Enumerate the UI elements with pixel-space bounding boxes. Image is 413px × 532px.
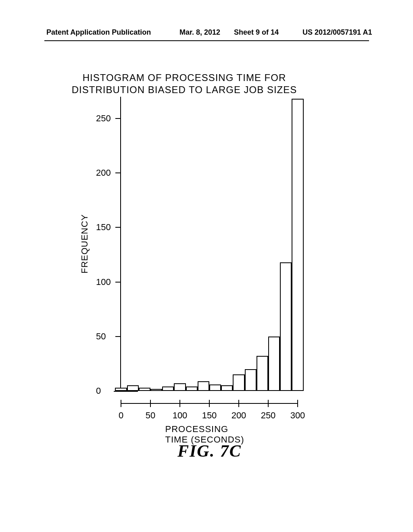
figure-label-text: FIG. 7C bbox=[177, 442, 242, 460]
x-tick-label: 300 bbox=[290, 410, 305, 421]
y-tick-label: 250 bbox=[96, 113, 113, 124]
header-rule bbox=[44, 40, 369, 41]
histogram-plot: FREQUENCY 050100150200250 bbox=[121, 97, 298, 391]
y-tick-label: 150 bbox=[96, 222, 113, 233]
y-tick-label: 50 bbox=[96, 331, 113, 342]
histogram-bar bbox=[115, 388, 127, 391]
histogram-bar bbox=[174, 383, 186, 391]
x-tick bbox=[121, 400, 121, 407]
histogram-bar bbox=[233, 374, 244, 391]
x-tick bbox=[179, 400, 180, 407]
histogram-bar bbox=[245, 369, 257, 391]
chart-title: HISTOGRAM OF PROCESSING TIME FOR DISTRIB… bbox=[0, 72, 369, 96]
y-tick-label: 200 bbox=[96, 168, 113, 178]
y-axis-line bbox=[120, 97, 121, 391]
histogram-bar bbox=[209, 384, 221, 391]
y-tick-label: 100 bbox=[96, 277, 113, 287]
x-tick bbox=[209, 400, 210, 407]
x-tick bbox=[268, 400, 269, 407]
x-tick-label: 50 bbox=[146, 410, 155, 421]
x-tick-label: 100 bbox=[173, 410, 188, 421]
x-tick bbox=[297, 400, 298, 407]
x-tick-label: 200 bbox=[232, 410, 246, 421]
histogram-bar bbox=[268, 337, 280, 391]
y-tick-label: 0 bbox=[96, 386, 113, 396]
histogram-bar bbox=[150, 389, 162, 391]
y-tick bbox=[115, 336, 121, 337]
x-tick-label: 0 bbox=[119, 410, 123, 421]
header-date: Mar. 8, 2012 bbox=[179, 28, 220, 37]
x-tick bbox=[150, 400, 151, 407]
histogram-bar bbox=[162, 387, 174, 391]
y-tick bbox=[115, 227, 121, 228]
y-tick bbox=[115, 118, 121, 119]
y-axis-label: FREQUENCY bbox=[79, 214, 90, 273]
header-publication-type: Patent Application Publication bbox=[46, 28, 151, 37]
histogram-bar bbox=[280, 262, 292, 391]
x-tick-label: 150 bbox=[202, 410, 217, 421]
histogram-bar bbox=[198, 381, 209, 391]
histogram-bar bbox=[292, 99, 303, 391]
header-sheet: Sheet 9 of 14 bbox=[234, 28, 279, 37]
chart-title-line-2: DISTRIBUTION BIASED TO LARGE JOB SIZES bbox=[0, 84, 369, 96]
header-publication-number: US 2012/0057191 A1 bbox=[302, 28, 372, 37]
figure-label: FIG. 7C bbox=[177, 441, 242, 461]
histogram-bar bbox=[221, 385, 233, 391]
y-tick bbox=[115, 172, 121, 173]
x-tick bbox=[238, 400, 239, 407]
histogram-bar bbox=[257, 356, 268, 391]
x-tick-label: 250 bbox=[261, 410, 276, 421]
y-tick bbox=[115, 282, 121, 283]
histogram-bar bbox=[139, 388, 150, 391]
histogram-bar bbox=[127, 385, 139, 391]
chart-title-line-1: HISTOGRAM OF PROCESSING TIME FOR bbox=[83, 72, 286, 83]
histogram-bar bbox=[186, 387, 198, 391]
